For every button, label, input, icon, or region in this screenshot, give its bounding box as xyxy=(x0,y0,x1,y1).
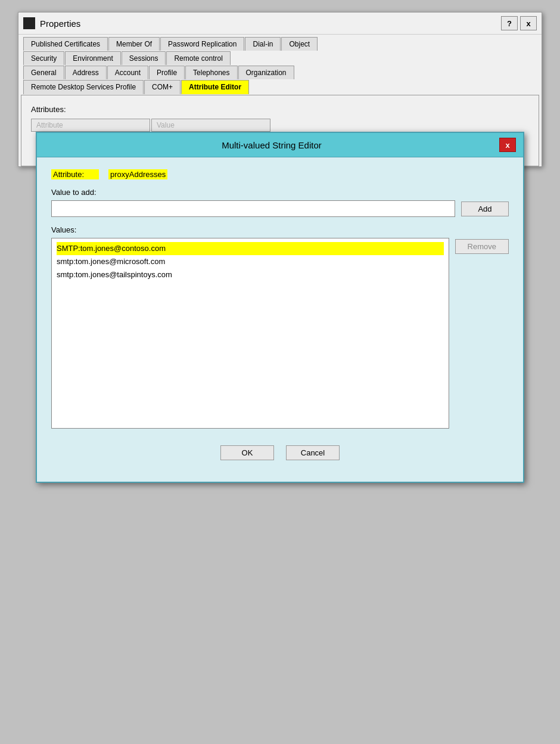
attribute-row: Attribute: proxyAddresses xyxy=(51,169,509,179)
tab-remote-control[interactable]: Remote control xyxy=(166,51,230,65)
attributes-label: Attributes: xyxy=(31,105,529,114)
values-area-row: SMTP:tom.jones@contoso.com smtp:tom.jone… xyxy=(51,238,509,429)
value-to-add-label: Value to add: xyxy=(51,188,509,197)
value-item-primary: SMTP:tom.jones@contoso.com xyxy=(57,242,444,255)
values-label: Values: xyxy=(51,225,509,234)
tab-row-3: General Address Account Profile Telephon… xyxy=(23,66,537,79)
dialog-overlay: Multi-valued String Editor x Attribute: … xyxy=(30,132,530,166)
attribute-label: Attribute: xyxy=(51,169,99,179)
tab-row-1: Published Certificates Member Of Passwor… xyxy=(23,37,537,51)
attr-col-value: Value xyxy=(151,119,270,132)
ok-button[interactable]: OK xyxy=(220,445,274,460)
help-button[interactable]: ? xyxy=(501,16,518,30)
remove-button[interactable]: Remove xyxy=(455,239,509,254)
tab-object[interactable]: Object xyxy=(281,37,318,51)
window-icon xyxy=(23,17,35,29)
values-list[interactable]: SMTP:tom.jones@contoso.com smtp:tom.jone… xyxy=(51,238,449,429)
dialog-body: Attribute: proxyAddresses Value to add: … xyxy=(37,157,523,482)
tab-attribute-editor[interactable]: Attribute Editor xyxy=(181,80,249,94)
value-item-1: smtp:tom.jones@microsoft.com xyxy=(57,255,444,268)
tab-row-2: Security Environment Sessions Remote con… xyxy=(23,51,537,65)
value-item-2: smtp:tom.jones@tailspintoys.com xyxy=(57,268,444,281)
add-button[interactable]: Add xyxy=(461,202,509,216)
value-input-row: Add xyxy=(51,200,509,217)
tab-account[interactable]: Account xyxy=(107,66,148,79)
dialog-title: Multi-valued String Editor xyxy=(44,140,499,150)
window-title: Properties xyxy=(40,18,80,29)
dialog-title-bar: Multi-valued String Editor x xyxy=(37,133,523,157)
tab-profile[interactable]: Profile xyxy=(149,66,185,79)
tab-remote-desktop[interactable]: Remote Desktop Services Profile xyxy=(23,80,144,94)
cancel-button[interactable]: Cancel xyxy=(286,445,340,460)
tab-password-replication[interactable]: Password Replication xyxy=(160,37,244,51)
tab-security[interactable]: Security xyxy=(23,51,64,65)
value-input[interactable] xyxy=(51,200,455,217)
title-bar-buttons: ? x xyxy=(501,16,537,30)
attribute-value: proxyAddresses xyxy=(108,169,167,179)
tab-general[interactable]: General xyxy=(23,66,64,79)
tab-sessions[interactable]: Sessions xyxy=(122,51,166,65)
attributes-table-header: Attribute Value xyxy=(31,119,529,132)
multi-valued-string-editor-dialog: Multi-valued String Editor x Attribute: … xyxy=(36,132,524,483)
dialog-footer: OK Cancel xyxy=(51,438,509,470)
title-bar-left: Properties xyxy=(23,17,80,29)
tab-environment[interactable]: Environment xyxy=(65,51,120,65)
properties-window: Properties ? x Published Certificates Me… xyxy=(18,12,542,167)
dialog-close-button[interactable]: x xyxy=(499,138,516,152)
tab-com-plus[interactable]: COM+ xyxy=(144,80,181,94)
tab-published-certificates[interactable]: Published Certificates xyxy=(23,37,108,51)
tab-address[interactable]: Address xyxy=(65,66,107,79)
tab-organization[interactable]: Organization xyxy=(238,66,294,79)
tab-dial-in[interactable]: Dial-in xyxy=(245,37,281,51)
close-window-button[interactable]: x xyxy=(520,16,537,30)
attr-col-attribute: Attribute xyxy=(31,119,150,132)
remove-column: Remove xyxy=(455,238,509,254)
tabs-area: Published Certificates Member Of Passwor… xyxy=(18,35,542,94)
title-bar: Properties ? x xyxy=(18,13,542,35)
tab-row-4: Remote Desktop Services Profile COM+ Att… xyxy=(23,80,537,94)
tab-member-of[interactable]: Member Of xyxy=(108,37,160,51)
tab-telephones[interactable]: Telephones xyxy=(185,66,237,79)
